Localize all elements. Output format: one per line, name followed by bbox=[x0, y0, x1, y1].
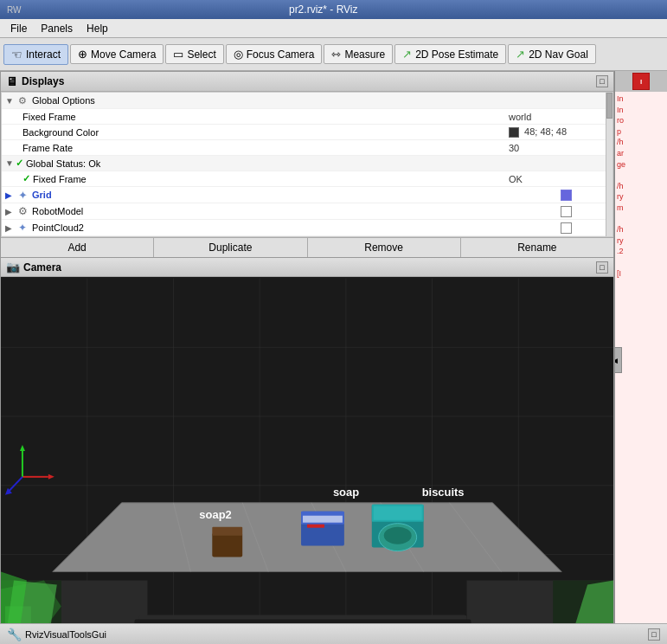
svg-rect-34 bbox=[307, 525, 324, 528]
pose-estimate-label: 2D Pose Estimate bbox=[415, 48, 498, 61]
robot-model-icon: ⚙ bbox=[16, 204, 29, 218]
frame-rate-value: 30 bbox=[509, 143, 612, 153]
right-panel-indicator: I bbox=[632, 73, 650, 90]
tree-row-fixed-frame: Fixed Frame world bbox=[2, 109, 612, 125]
fixed-frame-label: Fixed Frame bbox=[22, 112, 509, 122]
global-options-label: Global Options bbox=[32, 95, 612, 106]
camera-icon: 📷 bbox=[6, 261, 20, 274]
duplicate-button[interactable]: Duplicate bbox=[154, 238, 307, 257]
cursor-icon: ☜ bbox=[11, 48, 22, 61]
global-options-arrow[interactable]: ▼ bbox=[5, 96, 16, 106]
right-panel: ◄ I InInrop/harge/hrym/hry.2[I bbox=[614, 71, 667, 623]
svg-rect-33 bbox=[303, 516, 343, 523]
robot-model-arrow[interactable]: ▶ bbox=[5, 207, 16, 216]
fixed-frame-ok-label: Fixed Frame bbox=[33, 174, 509, 184]
menu-help[interactable]: Help bbox=[80, 21, 115, 36]
scene-svg: soap2 soap biscuits bbox=[1, 277, 613, 623]
displays-close-button[interactable]: □ bbox=[596, 75, 608, 87]
global-status-arrow[interactable]: ▼ bbox=[5, 158, 16, 168]
menu-file[interactable]: File bbox=[3, 21, 34, 36]
robot-model-checkbox-cell bbox=[561, 206, 612, 217]
bg-color-swatch[interactable] bbox=[509, 127, 519, 138]
camera-viewport[interactable]: soap2 soap biscuits bbox=[1, 277, 613, 623]
tree-row-frame-rate: Frame Rate 30 bbox=[2, 140, 612, 156]
grid-checkbox-cell bbox=[561, 190, 612, 201]
svg-rect-29 bbox=[212, 527, 242, 536]
focus-camera-button[interactable]: ◎ Focus Camera bbox=[226, 44, 323, 64]
displays-title: Displays bbox=[22, 75, 64, 87]
menu-panels[interactable]: Panels bbox=[34, 21, 80, 36]
pointcloud2-label: PointCloud2 bbox=[32, 222, 561, 233]
measure-button[interactable]: ⇿ Measure bbox=[324, 44, 393, 64]
grid-checkbox[interactable] bbox=[561, 190, 572, 201]
svg-rect-27 bbox=[135, 619, 471, 623]
tree-row-grid[interactable]: ▶ ✦ Grid bbox=[2, 187, 612, 203]
tree-row-global-status[interactable]: ▼ ✓ Global Status: Ok bbox=[2, 156, 612, 171]
move-camera-button[interactable]: ⊕ Move Camera bbox=[70, 44, 164, 64]
frame-rate-label: Frame Rate bbox=[22, 143, 509, 153]
titlebar-logo: RW bbox=[7, 5, 21, 15]
grid-label: Grid bbox=[32, 190, 561, 200]
displays-buttons: Add Duplicate Remove Rename bbox=[1, 237, 613, 257]
pointcloud2-arrow[interactable]: ▶ bbox=[5, 223, 16, 233]
statusbar-close-button[interactable]: □ bbox=[648, 628, 660, 641]
camera-close-button[interactable]: □ bbox=[596, 261, 608, 274]
measure-label: Measure bbox=[344, 48, 385, 61]
measure-icon: ⇿ bbox=[331, 48, 341, 61]
fixed-frame-value: world bbox=[509, 112, 612, 122]
remove-button[interactable]: Remove bbox=[308, 238, 461, 257]
pointcloud2-icon: ✦ bbox=[16, 221, 29, 235]
select-button[interactable]: ▭ Select bbox=[165, 44, 223, 64]
menubar: File Panels Help bbox=[0, 19, 667, 38]
displays-tree: ▼ ⚙ Global Options Fixed Frame world Bac… bbox=[1, 92, 613, 237]
camera-title: Camera bbox=[23, 261, 61, 274]
grid-icon: ✦ bbox=[16, 188, 29, 202]
main-area: 🖥 Displays □ ▼ ⚙ Global Options bbox=[0, 71, 667, 623]
statusbar-icon: 🔧 bbox=[7, 628, 22, 641]
right-panel-collapse-button[interactable]: ◄ bbox=[614, 347, 622, 373]
global-status-check: ✓ bbox=[16, 158, 23, 169]
bg-color-value: 48; 48; 48 bbox=[509, 126, 612, 138]
select-label: Select bbox=[187, 48, 215, 61]
focus-camera-label: Focus Camera bbox=[247, 48, 315, 61]
rename-button[interactable]: Rename bbox=[461, 238, 613, 257]
fixed-frame-ok-check: ✓ bbox=[22, 173, 30, 184]
fixed-frame-ok-value: OK bbox=[509, 174, 612, 184]
interact-button[interactable]: ☜ Interact bbox=[3, 44, 68, 65]
global-status-label: Global Status: Ok bbox=[26, 158, 612, 169]
robot-model-checkbox[interactable] bbox=[561, 206, 572, 217]
titlebar-title: pr2.rviz* - RViz bbox=[289, 3, 358, 16]
toolbar: ☜ Interact ⊕ Move Camera ▭ Select ◎ Focu… bbox=[0, 38, 667, 71]
tree-row-robot-model[interactable]: ▶ ⚙ RobotModel bbox=[2, 203, 612, 220]
nav-goal-icon: ↗ bbox=[516, 48, 525, 61]
tree-row-global-options[interactable]: ▼ ⚙ Global Options bbox=[2, 93, 612, 109]
right-panel-content: InInrop/harge/hrym/hry.2[I bbox=[615, 92, 667, 623]
statusbar: 🔧 RvizVisualToolsGui □ bbox=[0, 623, 667, 644]
svg-text:soap2: soap2 bbox=[199, 508, 231, 521]
pose-icon: ↗ bbox=[402, 48, 412, 61]
global-options-icon: ⚙ bbox=[16, 93, 29, 107]
bg-color-label: Background Color bbox=[22, 127, 509, 138]
svg-text:biscuits: biscuits bbox=[422, 486, 465, 499]
displays-header: 🖥 Displays □ bbox=[1, 72, 613, 92]
add-button[interactable]: Add bbox=[1, 238, 154, 257]
svg-rect-38 bbox=[374, 506, 422, 520]
interact-label: Interact bbox=[26, 48, 61, 61]
displays-monitor-icon: 🖥 bbox=[6, 74, 18, 88]
statusbar-label: RvizVisualToolsGui bbox=[25, 629, 106, 640]
camera-panel: 📷 Camera □ bbox=[0, 258, 614, 623]
titlebar: RW pr2.rviz* - RViz bbox=[0, 0, 667, 19]
nav-goal-button[interactable]: ↗ 2D Nav Goal bbox=[508, 44, 596, 64]
svg-rect-28 bbox=[212, 533, 242, 557]
tree-row-bg-color: Background Color 48; 48; 48 bbox=[2, 125, 612, 140]
pointcloud2-checkbox-cell bbox=[561, 222, 612, 234]
move-camera-label: Move Camera bbox=[91, 48, 156, 61]
nav-goal-label: 2D Nav Goal bbox=[529, 48, 588, 61]
pointcloud2-checkbox[interactable] bbox=[561, 222, 572, 234]
svg-text:soap: soap bbox=[333, 486, 359, 499]
pose-estimate-button[interactable]: ↗ 2D Pose Estimate bbox=[394, 44, 506, 64]
tree-row-pointcloud2[interactable]: ▶ ✦ PointCloud2 bbox=[2, 220, 612, 236]
displays-panel: 🖥 Displays □ ▼ ⚙ Global Options bbox=[0, 71, 614, 258]
grid-arrow[interactable]: ▶ bbox=[5, 190, 16, 200]
svg-point-40 bbox=[384, 527, 412, 544]
